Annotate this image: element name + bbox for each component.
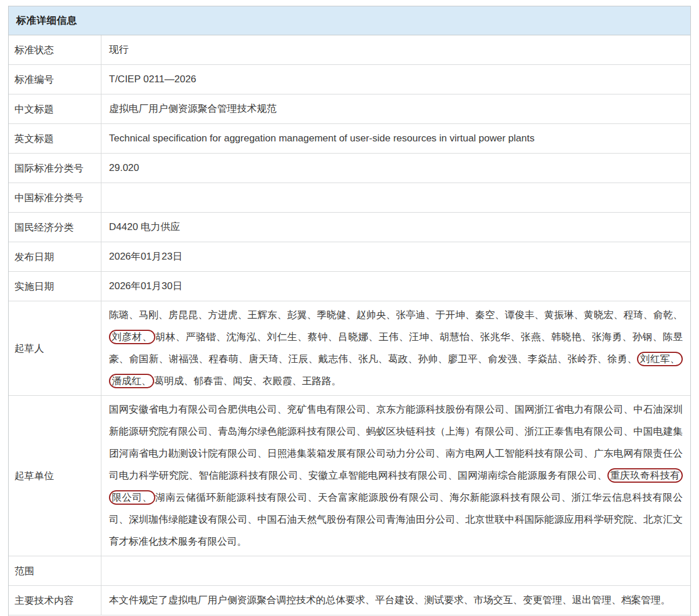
table-row-chinese-title: 中文标题 虚拟电厂用户侧资源聚合管理技术规范 (9, 94, 690, 124)
row-value: Technical specification for aggregation … (109, 127, 683, 150)
table-row-english-title: 英文标题 Technical specification for aggrega… (9, 124, 690, 154)
row-label: 范围 (9, 556, 101, 585)
row-label: 中文标题 (9, 94, 101, 123)
table-row-national-economy-class: 国民经济分类 D4420 电力供应 (9, 213, 690, 242)
table-row-implement-date: 实施日期 2026年01月30日 (9, 272, 690, 301)
text-segment: 葛明成、郁春雷、闻安、衣殿霞、王路路。 (154, 376, 341, 387)
text-segment: 陈璐、马刚、房昆昆、方进虎、王辉东、彭翼、季晓健、赵帅央、张亭迪、于开坤、秦空、… (109, 309, 683, 320)
row-value: 本文件规定了虚拟电厂用户侧资源聚合调控技术的总体要求、平台建设、测试要求、市场交… (109, 589, 683, 611)
table-row-drafters: 起草人 陈璐、马刚、房昆昆、方进虎、王辉东、彭翼、季晓健、赵帅央、张亭迪、于开坤… (9, 301, 690, 396)
row-value: 29.020 (109, 157, 683, 179)
row-value: 2026年01月30日 (109, 275, 683, 297)
row-label: 国际标准分类号 (9, 154, 101, 183)
table-row-standard-status: 标准状态 现行 (9, 35, 690, 65)
row-value: 2026年01月23日 (109, 246, 683, 268)
row-value: 现行 (109, 39, 683, 61)
row-label: 英文标题 (9, 124, 101, 153)
row-label: 实施日期 (9, 272, 101, 301)
table-row-scope: 范围 (9, 556, 690, 586)
page: 标准详细信息 标准状态 现行 标准编号 T/CIEP 0211—2026 中文标… (0, 0, 699, 616)
red-circle-annotation: 刘彦材、 (109, 330, 155, 344)
row-label: 标准编号 (9, 65, 101, 94)
row-label: 发布日期 (9, 242, 101, 271)
table-row-drafting-organizations: 起草单位 国网安徽省电力有限公司合肥供电公司、兖矿售电有限公司、京东方能源科技股… (9, 396, 690, 556)
text-segment: 国网安徽省电力有限公司合肥供电公司、兖矿售电有限公司、京东方能源科技股份有限公司… (109, 404, 683, 481)
row-value: 虚拟电厂用户侧资源聚合管理技术规范 (109, 98, 683, 120)
drafting-organizations-text: 国网安徽省电力有限公司合肥供电公司、兖矿售电有限公司、京东方能源科技股份有限公司… (109, 399, 683, 553)
table-row-standard-number: 标准编号 T/CIEP 0211—2026 (9, 65, 690, 94)
table-row-main-technical-content: 主要技术内容 本文件规定了虚拟电厂用户侧资源聚合调控技术的总体要求、平台建设、测… (9, 586, 690, 615)
table-row-ics-number: 国际标准分类号 29.020 (9, 154, 690, 183)
row-value: D4420 电力供应 (109, 216, 683, 238)
row-label: 中国标准分类号 (9, 183, 101, 212)
standard-detail-panel: 标准详细信息 标准状态 现行 标准编号 T/CIEP 0211—2026 中文标… (8, 6, 691, 616)
table-row-publish-date: 发布日期 2026年01月23日 (9, 242, 690, 272)
table-row-ccs-number: 中国标准分类号 (9, 183, 690, 213)
row-label: 国民经济分类 (9, 213, 101, 242)
text-segment: 湖南云储循环新能源科技有限公司、天合富家能源股份有限公司、海尔新能源科技有限公司… (109, 492, 683, 547)
row-value: T/CIEP 0211—2026 (109, 68, 683, 90)
row-label: 主要技术内容 (9, 586, 101, 615)
row-label: 起草单位 (9, 396, 101, 556)
text-segment: 胡林、严骆锴、沈海泓、刘仁生、蔡钟、吕晓娜、王伟、汪坤、胡慧怡、张兆华、张燕、韩… (109, 331, 683, 365)
row-label: 起草人 (9, 301, 101, 395)
row-label: 标准状态 (9, 35, 101, 64)
panel-title: 标准详细信息 (9, 6, 690, 35)
drafters-text: 陈璐、马刚、房昆昆、方进虎、王辉东、彭翼、季晓健、赵帅央、张亭迪、于开坤、秦空、… (109, 304, 683, 392)
